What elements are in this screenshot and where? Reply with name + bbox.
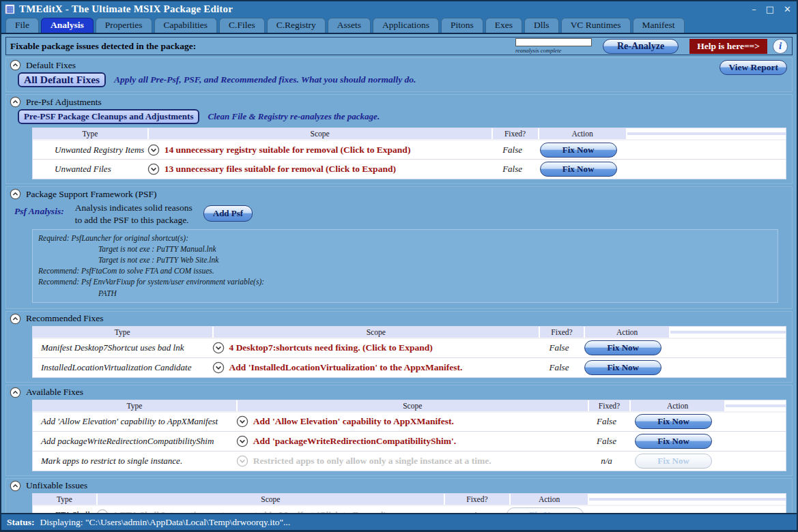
pre-psf-cleanups-button[interactable]: Pre-PSF Package Cleanups and Adjustments: [18, 109, 199, 124]
fix-now-button[interactable]: Fix Now: [584, 360, 661, 375]
col-header-blank: [589, 498, 786, 501]
section-pre-psf: Pre-Psf Adjustments Pre-PSF Package Clea…: [5, 94, 793, 184]
issues-toolbar: Fixable package issues detected in the p…: [5, 37, 793, 55]
fix-scope[interactable]: 14 unnecessary registry suitable for rem…: [165, 145, 411, 156]
psf-detail-line: Recommend: PsfFtaCom to solve FTA and CO…: [38, 265, 772, 276]
collapse-icon[interactable]: [10, 480, 21, 492]
unfixable-table: Type Scope Fixed? Action FTA Shell 1 FTA…: [32, 493, 786, 513]
fix-now-button[interactable]: Fix Now: [540, 143, 617, 158]
section-title: Package Support Framework (PSF): [26, 189, 157, 200]
col-header-fixed: Fixed?: [445, 494, 509, 505]
tab-analysis[interactable]: Analysis: [41, 18, 94, 33]
fixed-status: False: [586, 436, 627, 447]
psf-detail-line: Target is not exe : PuTTY Manual.lnk: [38, 243, 772, 254]
tab-properties[interactable]: Properties: [96, 18, 152, 33]
expand-icon[interactable]: [212, 361, 225, 374]
tab-applications[interactable]: Applications: [373, 18, 439, 33]
tab-capabilities[interactable]: Capabilities: [154, 18, 218, 33]
info-icon[interactable]: i: [773, 39, 788, 54]
col-header-scope: Scope: [214, 327, 539, 338]
col-header-action: Action: [511, 494, 588, 505]
fix-scope[interactable]: Add 'packageWriteRedirectionCompatibilit…: [253, 436, 456, 447]
fixed-status: n/a: [586, 456, 627, 467]
collapse-icon[interactable]: [10, 96, 21, 108]
app-icon: ▦: [5, 4, 15, 14]
tab-vcruntimes[interactable]: VC Runtimes: [561, 18, 631, 33]
minimize-icon[interactable]: –: [752, 3, 756, 16]
expand-icon[interactable]: [147, 163, 160, 175]
tab-file[interactable]: File: [5, 18, 39, 33]
add-psf-button[interactable]: Add Psf: [203, 205, 253, 222]
status-text: Displaying: "C:\Users\admin\AppData\Loca…: [40, 517, 291, 528]
expand-icon[interactable]: [96, 509, 109, 513]
col-header-type: Type: [33, 494, 96, 505]
default-fixes-description: Apply all Pre-Psf, PSF, and Recommended …: [114, 74, 416, 85]
expand-icon[interactable]: [212, 342, 225, 354]
fix-scope[interactable]: 4 Desktop7:shortcuts need fixing. (Click…: [229, 342, 433, 353]
fixed-status: False: [490, 145, 535, 156]
expand-icon[interactable]: [236, 435, 248, 447]
tab-dlls[interactable]: Dlls: [524, 18, 559, 33]
fix-now-button[interactable]: Fix Now: [635, 434, 712, 449]
expand-icon[interactable]: [236, 455, 248, 467]
available-table: Type Scope Fixed? Action Add 'Allow Elev…: [32, 400, 786, 471]
all-default-fixes-button[interactable]: All Default Fixes: [18, 72, 106, 87]
expand-icon[interactable]: [236, 415, 248, 428]
section-available: Available Fixes Type Scope Fixed? Action…: [5, 385, 793, 476]
fix-now-button-disabled: Fix Now: [507, 507, 584, 513]
col-header-blank: [670, 331, 786, 334]
pre-psf-description: Clean File & Registry re-analyzes the pa…: [208, 111, 380, 122]
fix-scope[interactable]: 13 unnecessary files suitable for remova…: [165, 164, 396, 175]
maximize-icon[interactable]: □: [766, 3, 774, 16]
expand-icon[interactable]: [147, 144, 160, 156]
col-header-type: Type: [33, 400, 236, 411]
fix-type: Mark apps to restrict to single instance…: [33, 456, 236, 467]
reanalyze-button[interactable]: Re-Analyze: [603, 39, 679, 54]
col-header-scope: Scope: [98, 494, 444, 505]
title-bar: ▦ TMEditX - The Ultimate MSIX Package Ed…: [1, 1, 797, 17]
col-header-scope: Scope: [149, 128, 491, 139]
recommended-table: Type Scope Fixed? Action Manifest Deskto…: [32, 326, 786, 378]
tab-pitons[interactable]: Pitons: [441, 18, 483, 33]
issues-heading: Fixable package issues detected in the p…: [10, 41, 515, 52]
tab-assets[interactable]: Assets: [328, 18, 371, 33]
fix-scope[interactable]: Add 'Allow Elevation' capability to AppX…: [253, 416, 454, 427]
fix-now-button-disabled: Fix Now: [635, 454, 712, 469]
tab-exes[interactable]: Exes: [485, 18, 522, 33]
col-header-fixed: Fixed?: [493, 128, 538, 139]
psf-detail-line: Required: PsfLauncher for original short…: [38, 233, 772, 243]
col-header-blank: [726, 404, 786, 407]
fix-type: InstalledLocationVirtualization Candidat…: [33, 362, 212, 373]
collapse-icon[interactable]: [10, 313, 21, 325]
tab-manifest[interactable]: Manifest: [633, 18, 685, 33]
fix-now-button[interactable]: Fix Now: [584, 340, 661, 355]
tab-cregistry[interactable]: C.Registry: [267, 18, 326, 33]
close-icon[interactable]: ✕: [784, 3, 791, 16]
collapse-icon[interactable]: [10, 188, 21, 200]
table-row: Unwanted Files 13 unnecessary files suit…: [33, 159, 786, 179]
table-row: Add 'Allow Elevation' capability to AppX…: [33, 411, 786, 431]
progress-label: reanalysis complete: [515, 47, 592, 54]
fixed-status: n/a: [442, 509, 507, 513]
view-report-button[interactable]: View Report: [719, 60, 787, 75]
fix-scope: Restricted apps to only allow only a sin…: [253, 456, 491, 467]
table-row: Manifest Desktop7Shortcut uses bad lnk 4…: [33, 338, 786, 357]
section-recommended: Recommended Fixes Type Scope Fixed? Acti…: [5, 311, 793, 383]
fix-type: FTA Shell: [33, 509, 96, 513]
table-row: Unwanted Registry Items 14 unnecessary r…: [33, 139, 786, 159]
fixed-status: False: [490, 164, 535, 175]
fix-now-button[interactable]: Fix Now: [635, 414, 712, 429]
fix-scope[interactable]: Add 'InstalledLocationVirtualization' to…: [229, 362, 463, 373]
section-title: Unfixable Issues: [26, 480, 87, 491]
col-header-fixed: Fixed?: [540, 327, 584, 338]
main-content: Fixable package issues detected in the p…: [1, 34, 797, 513]
col-header-type: Type: [33, 128, 147, 139]
tab-cfiles[interactable]: C.Files: [219, 18, 265, 33]
section-title: Available Fixes: [26, 387, 83, 398]
section-unfixable: Unfixable Issues Type Scope Fixed? Actio…: [5, 478, 793, 513]
collapse-icon[interactable]: [10, 387, 21, 398]
col-header-scope: Scope: [238, 400, 588, 411]
collapse-icon[interactable]: [10, 59, 21, 71]
section-default-fixes: Default Fixes View Report All Default Fi…: [5, 57, 793, 92]
fix-now-button[interactable]: Fix Now: [540, 162, 617, 177]
